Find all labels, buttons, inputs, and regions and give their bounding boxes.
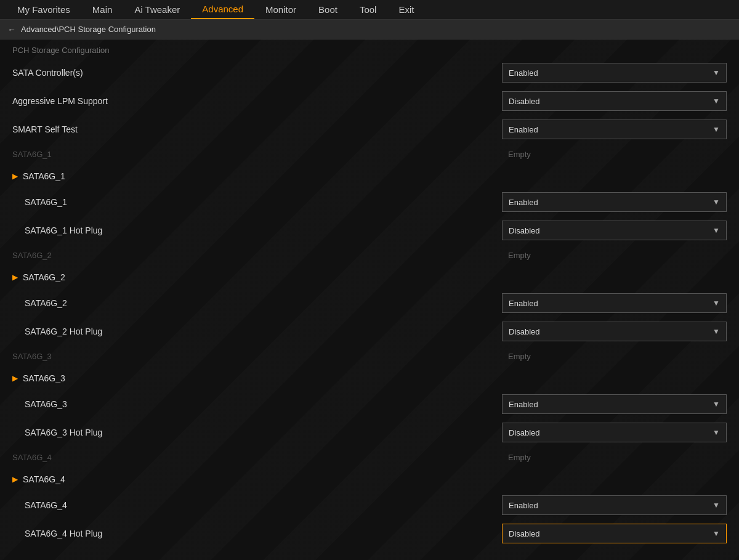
menu-item-ai-tweaker[interactable]: Ai Tweaker: [123, 0, 191, 19]
dropdown-value: Disabled: [509, 529, 713, 538]
menu-item-main[interactable]: Main: [81, 0, 124, 19]
dropdown-value: Disabled: [509, 327, 713, 336]
dropdown-aggressive-lpm-support[interactable]: Disabled▼: [502, 91, 727, 111]
chevron-right-icon: ▶: [12, 273, 18, 282]
dropdown-smart-self-test[interactable]: Enabled▼: [502, 120, 727, 139]
sata-port-label: SATA6G_1: [12, 150, 502, 159]
config-label: SATA6G_1: [12, 197, 502, 207]
dropdown-sata6g_4[interactable]: Enabled▼: [502, 495, 727, 515]
sata-port-status: Empty: [502, 453, 727, 462]
sata-port-status: Empty: [502, 251, 727, 260]
group-label: SATA6G_1: [23, 171, 65, 181]
sata-port-status: Empty: [502, 352, 727, 361]
config-row: SMART Self TestEnabled▼: [0, 115, 739, 144]
sata-status-row: SATA6G_2Empty: [0, 245, 739, 266]
chevron-down-icon: ▼: [713, 501, 720, 509]
dropdown-value: Enabled: [509, 68, 713, 78]
group-label: SATA6G_4: [23, 474, 65, 484]
group-label: SATA6G_3: [23, 373, 65, 383]
dropdown-sata6g_2[interactable]: Enabled▼: [502, 293, 727, 313]
chevron-right-icon: ▶: [12, 475, 18, 484]
menu-item-monitor[interactable]: Monitor: [254, 0, 307, 19]
dropdown-sata6g_1[interactable]: Enabled▼: [502, 192, 727, 212]
config-row: SATA6G_2Enabled▼: [0, 289, 739, 317]
chevron-down-icon: ▼: [713, 529, 720, 538]
chevron-down-icon: ▼: [713, 97, 720, 105]
sata-status-row: SATA6G_1Empty: [0, 144, 739, 164]
group-header-sata6g_3[interactable]: ▶SATA6G_3: [0, 367, 739, 390]
dropdown-sata-controller(s)[interactable]: Enabled▼: [502, 63, 727, 83]
menu-item-boot[interactable]: Boot: [307, 0, 349, 19]
sata-status-row: SATA6G_3Empty: [0, 346, 739, 367]
rows-container: SATA Controller(s)Enabled▼Aggressive LPM…: [0, 59, 739, 548]
dropdown-sata6g_2-hot-plug[interactable]: Disabled▼: [502, 322, 727, 341]
menu-item-tool[interactable]: Tool: [349, 0, 388, 19]
config-label: Aggressive LPM Support: [12, 96, 502, 106]
sata-port-status: Empty: [502, 150, 727, 159]
sata-port-label: SATA6G_4: [12, 453, 502, 462]
config-row: SATA6G_2 Hot PlugDisabled▼: [0, 317, 739, 346]
group-header-sata6g_2[interactable]: ▶SATA6G_2: [0, 266, 739, 289]
group-label: SATA6G_2: [23, 272, 65, 282]
config-label: SATA6G_3 Hot Plug: [12, 428, 502, 437]
breadcrumb-bar: ← Advanced\PCH Storage Configuration: [0, 20, 739, 39]
sata-status-row: SATA6G_4Empty: [0, 447, 739, 468]
menu-item-advanced[interactable]: Advanced: [191, 0, 254, 19]
config-row: SATA6G_3 Hot PlugDisabled▼: [0, 418, 739, 447]
dropdown-value: Disabled: [509, 226, 713, 235]
dropdown-value: Disabled: [509, 428, 713, 437]
config-label: SATA6G_2: [12, 298, 502, 308]
dropdown-value: Disabled: [509, 97, 713, 106]
dropdown-sata6g_3-hot-plug[interactable]: Disabled▼: [502, 423, 727, 442]
chevron-down-icon: ▼: [713, 226, 720, 235]
chevron-down-icon: ▼: [713, 428, 720, 437]
group-header-sata6g_1[interactable]: ▶SATA6G_1: [0, 164, 739, 188]
top-menu-bar: My FavoritesMainAi TweakerAdvancedMonito…: [0, 0, 739, 20]
config-row: SATA6G_3Enabled▼: [0, 390, 739, 418]
chevron-down-icon: ▼: [713, 125, 720, 134]
chevron-down-icon: ▼: [713, 198, 720, 206]
back-arrow[interactable]: ←: [7, 25, 16, 34]
group-header-sata6g_4[interactable]: ▶SATA6G_4: [0, 468, 739, 491]
config-row: Aggressive LPM SupportDisabled▼: [0, 87, 739, 115]
config-label: SATA6G_1 Hot Plug: [12, 225, 502, 235]
config-label: SATA6G_4 Hot Plug: [12, 529, 502, 538]
config-label: SATA6G_2 Hot Plug: [12, 327, 502, 336]
menu-item-exit[interactable]: Exit: [387, 0, 425, 19]
dropdown-sata6g_1-hot-plug[interactable]: Disabled▼: [502, 221, 727, 240]
section-header: PCH Storage Configuration: [0, 39, 739, 59]
chevron-right-icon: ▶: [12, 172, 18, 181]
config-label: SATA Controller(s): [12, 68, 502, 78]
dropdown-sata6g_4-hot-plug[interactable]: Disabled▼: [502, 524, 727, 543]
config-row: SATA6G_1Enabled▼: [0, 188, 739, 216]
config-label: SATA6G_4: [12, 500, 502, 510]
chevron-down-icon: ▼: [713, 327, 720, 336]
config-row: SATA6G_4Enabled▼: [0, 491, 739, 519]
main-content: PCH Storage Configuration SATA Controlle…: [0, 39, 739, 560]
chevron-down-icon: ▼: [713, 299, 720, 307]
breadcrumb-path: Advanced\PCH Storage Configuration: [21, 25, 156, 34]
dropdown-value: Enabled: [509, 501, 713, 510]
sata-port-label: SATA6G_3: [12, 352, 502, 361]
config-row: SATA6G_4 Hot PlugDisabled▼: [0, 519, 739, 548]
chevron-right-icon: ▶: [12, 374, 18, 383]
sata-port-label: SATA6G_2: [12, 251, 502, 260]
dropdown-value: Enabled: [509, 125, 713, 134]
dropdown-value: Enabled: [509, 400, 713, 409]
chevron-down-icon: ▼: [713, 400, 720, 408]
dropdown-sata6g_3[interactable]: Enabled▼: [502, 394, 727, 414]
config-label: SMART Self Test: [12, 124, 502, 134]
dropdown-value: Enabled: [509, 299, 713, 308]
chevron-down-icon: ▼: [713, 68, 720, 77]
config-row: SATA6G_1 Hot PlugDisabled▼: [0, 216, 739, 245]
menu-item-my-favorites[interactable]: My Favorites: [6, 0, 81, 19]
config-label: SATA6G_3: [12, 399, 502, 409]
config-row: SATA Controller(s)Enabled▼: [0, 59, 739, 87]
dropdown-value: Enabled: [509, 198, 713, 207]
